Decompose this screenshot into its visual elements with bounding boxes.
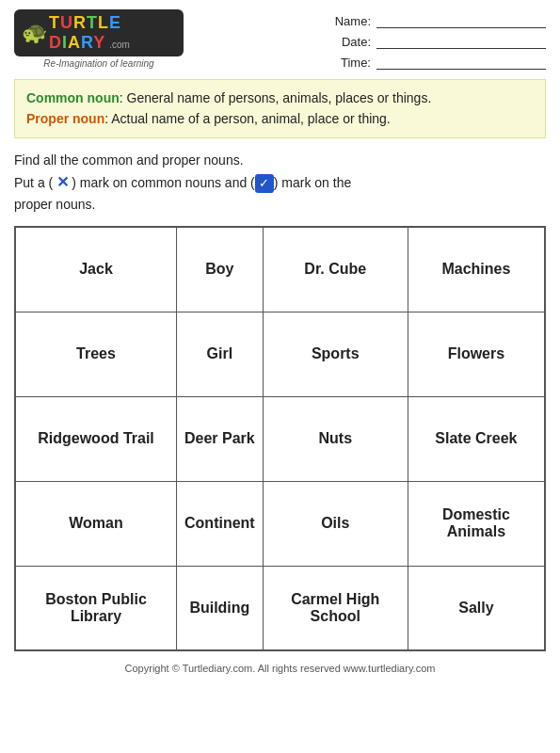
instruction-line1: Find all the common and proper nouns. <box>14 150 546 172</box>
instruction-line2: Put a (✕) mark on common nouns and (✓) m… <box>14 172 546 195</box>
instruction-line3: proper nouns. <box>14 194 546 216</box>
grid-cell-4-3[interactable]: Sally <box>408 566 545 650</box>
common-noun-label: Common noun <box>26 90 120 105</box>
grid-cell-3-0[interactable]: Woman <box>15 481 177 566</box>
grid-cell-4-2[interactable]: Carmel High School <box>263 566 408 650</box>
grid-cell-0-3[interactable]: Machines <box>408 227 545 312</box>
grid-cell-4-1[interactable]: Building <box>177 566 264 650</box>
grid-cell-2-0[interactable]: Ridgewood Trail <box>15 396 177 481</box>
grid-cell-1-3[interactable]: Flowers <box>408 312 545 396</box>
grid-cell-4-0[interactable]: Boston Public Library <box>15 566 177 650</box>
grid-cell-3-3[interactable]: Domestic Animals <box>408 481 545 566</box>
name-fields: Name: Date: Time: <box>333 9 546 70</box>
date-line[interactable] <box>376 34 546 49</box>
logo-text: TURTLE DIARY .com <box>49 13 176 53</box>
noun-grid: JackBoyDr. CubeMachinesTreesGirlSportsFl… <box>14 226 546 651</box>
name-line[interactable] <box>376 13 546 28</box>
date-row: Date: <box>333 34 546 49</box>
time-row: Time: <box>333 55 546 70</box>
inst-pre: Put a ( <box>14 175 53 190</box>
logo-box: 🐢 TURTLE DIARY .com <box>14 9 184 56</box>
proper-noun-label: Proper noun <box>26 111 104 126</box>
grid-cell-3-1[interactable]: Continent <box>177 481 264 566</box>
instructions: Find all the common and proper nouns. Pu… <box>14 150 546 216</box>
grid-cell-1-0[interactable]: Trees <box>15 312 177 396</box>
grid-cell-1-2[interactable]: Sports <box>263 312 408 396</box>
inst-post: ) mark on the <box>274 175 351 190</box>
time-label: Time: <box>333 56 371 70</box>
common-noun-def: Common noun: General name of persons, an… <box>26 88 534 108</box>
check-mark-icon: ✓ <box>255 174 274 193</box>
grid-cell-1-1[interactable]: Girl <box>177 312 264 396</box>
name-row: Name: <box>333 13 546 28</box>
grid-cell-0-2[interactable]: Dr. Cube <box>263 227 408 312</box>
proper-noun-text: : Actual name of a person, animal, place… <box>104 111 391 126</box>
turtle-icon: 🐢 <box>22 21 47 45</box>
name-label: Name: <box>333 14 371 28</box>
common-noun-text: : General name of persons, animals, plac… <box>120 90 432 105</box>
grid-cell-2-3[interactable]: Slate Creek <box>408 396 545 481</box>
footer: Copyright © Turtlediary.com. All rights … <box>14 663 546 674</box>
grid-cell-0-0[interactable]: Jack <box>15 227 177 312</box>
grid-cell-3-2[interactable]: Oils <box>263 481 408 566</box>
date-label: Date: <box>333 35 371 49</box>
logo-slogan: Re-Imagination of learning <box>43 58 153 69</box>
grid-cell-2-1[interactable]: Deer Park <box>177 396 264 481</box>
grid-cell-0-1[interactable]: Boy <box>177 227 264 312</box>
proper-noun-def: Proper noun: Actual name of a person, an… <box>26 108 534 129</box>
logo-com: .com <box>109 40 130 50</box>
inst-mid: ) mark on common nouns and ( <box>72 175 255 190</box>
time-line[interactable] <box>376 55 546 70</box>
x-mark-icon: ✕ <box>53 172 72 191</box>
definition-box: Common noun: General name of persons, an… <box>14 79 546 138</box>
header: 🐢 TURTLE DIARY .com Re-Imagination of le… <box>14 9 546 70</box>
logo-area: 🐢 TURTLE DIARY .com Re-Imagination of le… <box>14 9 184 69</box>
grid-cell-2-2[interactable]: Nuts <box>263 396 408 481</box>
